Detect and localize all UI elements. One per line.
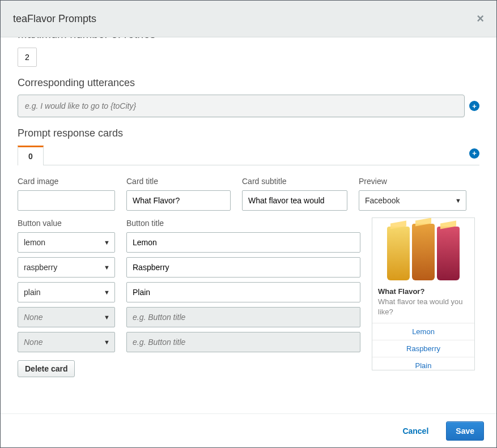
tea-glass-icon — [437, 227, 460, 280]
tea-glass-icon — [387, 227, 410, 280]
modal-dialog: teaFlavor Prompts × Maximum number of re… — [0, 0, 497, 448]
button-title-0[interactable] — [126, 232, 360, 253]
button-title-4[interactable] — [126, 332, 360, 352]
card-title-label: Card title — [126, 177, 231, 186]
button-title-2[interactable] — [126, 282, 360, 302]
modal-header: teaFlavor Prompts × — [1, 1, 496, 37]
truncated-heading: Maximum number of retries — [18, 37, 479, 42]
card-image-label: Card image — [18, 177, 115, 186]
retries-input[interactable] — [18, 48, 37, 67]
preview-option-1[interactable]: Raspberry — [372, 340, 474, 357]
save-button[interactable]: Save — [446, 421, 484, 441]
card-subtitle-input[interactable] — [242, 190, 347, 211]
add-utterance-icon[interactable]: + — [469, 101, 479, 111]
preview-image — [372, 218, 474, 281]
utterance-row: + — [18, 95, 479, 117]
button-value-0[interactable]: lemon▼ — [18, 232, 115, 253]
button-value-4[interactable]: None▼ — [18, 332, 115, 352]
response-cards-heading: Prompt response cards — [18, 127, 479, 139]
button-value-label: Button value — [18, 219, 115, 228]
modal-footer: Cancel Save — [1, 413, 496, 447]
card-image-input[interactable] — [18, 190, 115, 211]
card-tabs: 0 + — [18, 145, 479, 165]
caret-down-icon: ▼ — [104, 314, 110, 321]
button-value-1[interactable]: raspberry▼ — [18, 257, 115, 278]
tab-0[interactable]: 0 — [18, 146, 44, 165]
modal-title: teaFlavor Prompts — [13, 13, 96, 25]
preview-option-0[interactable]: Lemon — [372, 323, 474, 340]
utterances-heading: Corresponding utterances — [18, 77, 479, 89]
preview-channel-value: Facebook — [365, 196, 400, 205]
tea-glass-icon — [412, 224, 435, 280]
caret-down-icon: ▼ — [104, 264, 110, 271]
card-fields-row1: Card image Card title Card subtitle Prev… — [18, 177, 479, 211]
preview-option-2[interactable]: Plain — [372, 357, 474, 370]
button-value-3[interactable]: None▼ — [18, 307, 115, 327]
modal-scroll[interactable]: Maximum number of retries Corresponding … — [1, 37, 496, 413]
caret-down-icon: ▼ — [104, 339, 110, 345]
close-icon[interactable]: × — [477, 11, 484, 26]
button-title-1[interactable] — [126, 257, 360, 278]
cancel-button[interactable]: Cancel — [393, 421, 438, 441]
preview-scroll[interactable]: What Flavor? What flavor tea would you l… — [372, 218, 474, 370]
preview-card: What Flavor? What flavor tea would you l… — [372, 218, 474, 370]
caret-down-icon: ▼ — [104, 289, 110, 296]
preview-channel-select[interactable]: Facebook ▼ — [359, 190, 466, 211]
delete-card-button[interactable]: Delete card — [18, 360, 75, 377]
button-title-list — [126, 232, 360, 352]
button-value-2[interactable]: plain▼ — [18, 282, 115, 302]
retries-row — [18, 48, 479, 67]
button-title-label: Button title — [126, 219, 360, 228]
button-value-list: lemon▼ raspberry▼ plain▼ None▼ None▼ — [18, 232, 115, 352]
modal-body: Maximum number of retries Corresponding … — [1, 37, 496, 413]
add-card-icon[interactable]: + — [469, 148, 479, 159]
preview-card-subtitle: What flavor tea would you like? — [378, 297, 469, 317]
preview-card-title: What Flavor? — [378, 287, 469, 296]
preview-box: What Flavor? What flavor tea would you l… — [372, 217, 475, 370]
button-title-3[interactable] — [126, 307, 360, 327]
caret-down-icon: ▼ — [104, 239, 110, 246]
card-title-input[interactable] — [126, 190, 231, 211]
utterance-input[interactable] — [18, 95, 465, 117]
preview-label: Preview — [359, 177, 466, 186]
caret-down-icon: ▼ — [455, 197, 461, 204]
preview-options: Lemon Raspberry Plain — [372, 323, 474, 370]
card-fields-row2: Button value lemon▼ raspberry▼ plain▼ No… — [18, 219, 479, 377]
card-subtitle-label: Card subtitle — [242, 177, 347, 186]
